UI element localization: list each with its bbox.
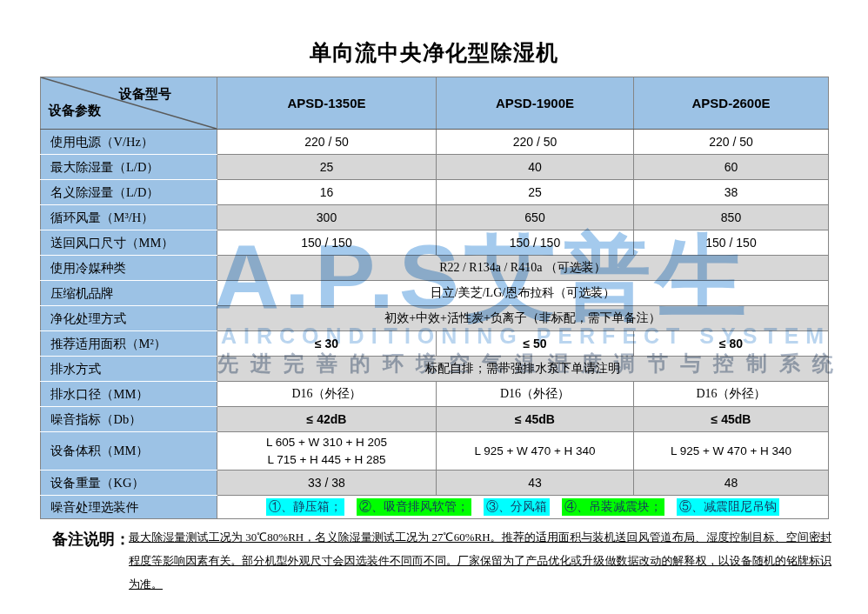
table-row: 设备重量（KG）33 / 384348 (41, 471, 829, 496)
option-chip: ④、吊装减震块； (562, 498, 664, 516)
row-label: 最大除湿量（L/D） (41, 155, 217, 180)
row-label: 净化处理方式 (41, 306, 217, 331)
table-row: 净化处理方式初效+中效+活性炭+负离子（非标配，需下单备注） (41, 306, 829, 331)
header-model-cell: APSD-1350E (217, 77, 437, 130)
value-cell: 300 (217, 205, 437, 230)
value-cell: 16 (217, 180, 437, 205)
header-model-cell: APSD-2600E (634, 77, 829, 130)
value-cell: 25 (437, 180, 634, 205)
value-cell: 150 / 150 (437, 230, 634, 256)
table-row: 使用电源（V/Hz）220 / 50220 / 50220 / 50 (41, 130, 829, 155)
table-row: 循环风量（M³/H）300650850 (41, 205, 829, 230)
note-text: 最大除湿量测试工况为 30℃80%RH，名义除湿量测试工况为 27℃60%RH。… (129, 525, 831, 596)
value-cell: 43 (437, 471, 634, 496)
table-row: 推荐适用面积（M²）≤ 30≤ 50≤ 80 (41, 331, 829, 357)
table-row: 名义除湿量（L/D）162538 (41, 180, 829, 205)
value-cell: 150 / 150 (217, 230, 437, 256)
value-cell: ≤ 45dB (437, 407, 634, 432)
merged-value-cell: 初效+中效+活性炭+负离子（非标配，需下单备注） (217, 306, 829, 331)
volume-line: L 925 + W 470 + H 340 (634, 443, 828, 460)
row-label: 循环风量（M³/H） (41, 205, 217, 230)
row-label: 使用电源（V/Hz） (41, 130, 217, 155)
option-chip: ③、分风箱 (484, 498, 550, 516)
value-cell: 220 / 50 (437, 130, 634, 155)
table-row: 排水口径（MM）D16（外径）D16（外径）D16（外径） (41, 382, 829, 407)
value-cell: D16（外径） (437, 382, 634, 407)
value-cell: 850 (634, 205, 829, 230)
row-label: 噪音指标（Db） (41, 407, 217, 432)
table-row: 压缩机品牌日立/美芝/LG/恩布拉科（可选装） (41, 281, 829, 306)
value-cell: 150 / 150 (634, 230, 829, 256)
merged-value-cell: R22 / R134a / R410a （可选装） (217, 256, 829, 281)
row-label: 排水方式 (41, 357, 217, 382)
corner-label-param: 设备参数 (49, 103, 101, 119)
device-volume-cell: L 605 + W 310 + H 205L 715 + H 445 + H 2… (217, 432, 437, 471)
page-title: 单向流中央净化型除湿机 (0, 38, 868, 67)
volume-line: L 925 + W 470 + H 340 (437, 443, 633, 460)
volume-line: L 715 + H 445 + H 285 (217, 451, 436, 469)
option-chip: ②、吸音排风软管； (357, 498, 471, 516)
value-cell: ≤ 80 (634, 331, 829, 357)
value-cell: ≤ 45dB (634, 407, 829, 432)
value-cell: ≤ 30 (217, 331, 437, 357)
header-corner-cell: 设备型号 设备参数 (41, 77, 217, 130)
value-cell: 33 / 38 (217, 471, 437, 496)
option-chip: ⑤、减震阻尼吊钩 (677, 498, 779, 516)
table-row: 送回风口尺寸（MM）150 / 150150 / 150150 / 150 (41, 230, 829, 256)
value-cell: 25 (217, 155, 437, 180)
row-label: 噪音处理选装件 (41, 496, 217, 519)
table-row: 噪音处理选装件①、静压箱；②、吸音排风软管；③、分风箱④、吊装减震块；⑤、减震阻… (41, 496, 829, 519)
note-label: 备注说明： (52, 529, 130, 550)
value-cell: 48 (634, 471, 829, 496)
row-label: 压缩机品牌 (41, 281, 217, 306)
spec-table-body: 使用电源（V/Hz）220 / 50220 / 50220 / 50最大除湿量（… (41, 130, 829, 519)
row-label: 推荐适用面积（M²） (41, 331, 217, 357)
value-cell: D16（外径） (217, 382, 437, 407)
value-cell: 60 (634, 155, 829, 180)
value-cell: 38 (634, 180, 829, 205)
value-cell: ≤ 42dB (217, 407, 437, 432)
row-label: 送回风口尺寸（MM） (41, 230, 217, 256)
table-row: 使用冷媒种类R22 / R134a / R410a （可选装） (41, 256, 829, 281)
options-cell: ①、静压箱；②、吸音排风软管；③、分风箱④、吊装减震块；⑤、减震阻尼吊钩 (217, 496, 829, 519)
value-cell: 650 (437, 205, 634, 230)
page: 单向流中央净化型除湿机 设备型号 设备参数 APSD-1350E APSD-19… (0, 0, 868, 614)
row-label: 设备重量（KG） (41, 471, 217, 496)
volume-line: L 605 + W 310 + H 205 (217, 434, 436, 451)
table-row: 排水方式标配自排；需带强排水泵下单请注明 (41, 357, 829, 382)
value-cell: 220 / 50 (634, 130, 829, 155)
merged-value-cell: 日立/美芝/LG/恩布拉科（可选装） (217, 281, 829, 306)
row-label: 设备体积（MM） (41, 432, 217, 471)
header-model-cell: APSD-1900E (437, 77, 634, 130)
header-row: 设备型号 设备参数 APSD-1350E APSD-1900E APSD-260… (41, 77, 829, 130)
value-cell: 40 (437, 155, 634, 180)
table-row: 噪音指标（Db）≤ 42dB≤ 45dB≤ 45dB (41, 407, 829, 432)
value-cell: D16（外径） (634, 382, 829, 407)
row-label: 使用冷媒种类 (41, 256, 217, 281)
table-row: 设备体积（MM）L 605 + W 310 + H 205L 715 + H 4… (41, 432, 829, 471)
row-label: 排水口径（MM） (41, 382, 217, 407)
option-chip: ①、静压箱； (266, 498, 344, 516)
corner-label-model: 设备型号 (119, 86, 171, 103)
table-row: 最大除湿量（L/D）254060 (41, 155, 829, 180)
merged-value-cell: 标配自排；需带强排水泵下单请注明 (217, 357, 829, 382)
device-volume-cell: L 925 + W 470 + H 340 (437, 432, 634, 471)
value-cell: 220 / 50 (217, 130, 437, 155)
row-label: 名义除湿量（L/D） (41, 180, 217, 205)
spec-table: 设备型号 设备参数 APSD-1350E APSD-1900E APSD-260… (40, 77, 829, 519)
device-volume-cell: L 925 + W 470 + H 340 (634, 432, 829, 471)
value-cell: ≤ 50 (437, 331, 634, 357)
